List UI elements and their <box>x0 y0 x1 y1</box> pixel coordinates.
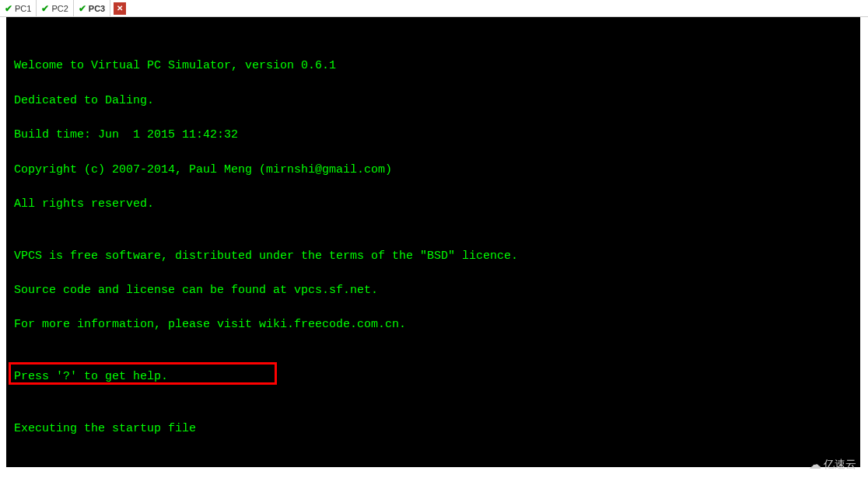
check-icon: ✔ <box>79 3 86 14</box>
watermark-text: 亿速云 <box>824 458 856 472</box>
tab-bar: ✔ PC1 ✔ PC2 ✔ PC3 ✕ <box>0 0 868 17</box>
tab-label: PC1 <box>15 4 31 13</box>
terminal-line: Source code and license can be found at … <box>14 282 852 299</box>
close-tab-button[interactable]: ✕ <box>114 2 126 15</box>
tab-label: PC2 <box>51 4 68 13</box>
tab-label: PC3 <box>89 4 105 13</box>
terminal-line: Dedicated to Daling. <box>14 92 852 110</box>
terminal-line: All rights reserved. <box>14 196 852 213</box>
watermark: ☁ 亿速云 <box>809 457 856 472</box>
close-icon: ✕ <box>117 4 123 12</box>
tab-pc1[interactable]: ✔ PC1 <box>0 0 37 16</box>
terminal-line: For more information, please visit wiki.… <box>14 316 852 333</box>
check-icon: ✔ <box>41 3 49 14</box>
terminal-line: Build time: Jun 1 2015 11:42:32 <box>14 127 852 144</box>
tab-pc2[interactable]: ✔ PC2 <box>37 0 73 16</box>
cloud-icon: ☁ <box>809 457 821 472</box>
terminal-line: Executing the startup file <box>14 420 852 438</box>
terminal-line: Copyright (c) 2007-2014, Paul Meng (mirn… <box>14 162 852 179</box>
terminal-output[interactable]: Welcome to Virtual PC Simulator, version… <box>6 17 860 467</box>
terminal-line: Welcome to Virtual PC Simulator, version… <box>14 58 852 75</box>
terminal-line: VPCS is free software, distributed under… <box>14 248 852 265</box>
check-icon: ✔ <box>5 3 12 14</box>
terminal-line: Press '?' to get help. <box>14 368 852 386</box>
tab-pc3[interactable]: ✔ PC3 <box>74 0 110 16</box>
